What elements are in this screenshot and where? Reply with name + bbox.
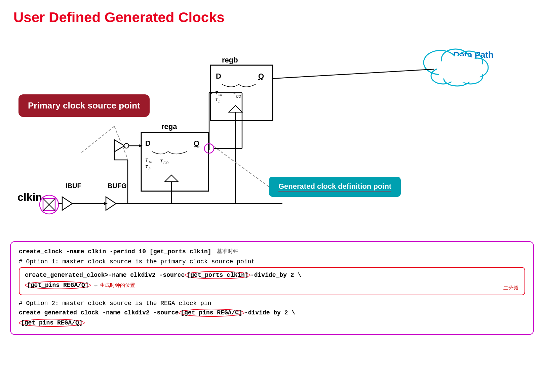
svg-marker-50 (114, 140, 124, 152)
diagram-area: Data Path regb rega IBUF BUFG clkin Prim… (0, 29, 544, 237)
get-pins-circle-2: [get_pins REGA/Q] (19, 319, 85, 327)
data-path-label: Data Path (453, 50, 494, 60)
bufg-label: BUFG (108, 182, 127, 190)
svg-point-6 (431, 68, 455, 84)
svg-text:T: T (233, 92, 236, 97)
page-title: User Defined Generated Clocks (0, 0, 544, 29)
generated-clock-badge: Generated clock definition point (269, 177, 401, 197)
svg-text:h: h (149, 167, 151, 171)
rega-label: rega (161, 122, 177, 131)
annotation-1: 生成时钟的位置 (100, 282, 135, 289)
code-note-1: 基准时钟 (217, 248, 238, 255)
svg-line-59 (214, 146, 269, 187)
svg-text:T: T (145, 164, 148, 169)
svg-point-4 (459, 68, 483, 84)
option2-area: # Option 2: master clock source is the R… (19, 300, 525, 327)
svg-point-3 (467, 58, 488, 77)
code-text-2a-1: create_generated_clock>-name clkdiv2 -so… (25, 272, 185, 278)
svg-rect-8 (210, 65, 273, 121)
svg-text:T: T (160, 159, 163, 164)
svg-point-33 (204, 144, 214, 153)
generated-badge-underline: Generated clock definition point (278, 182, 391, 191)
svg-text:T: T (215, 90, 218, 95)
code-text-2a-2: -divide_by 2 \ (250, 272, 301, 278)
get-ports-circle: [get_ports clkin] (185, 271, 250, 279)
clkin-label: clkin (17, 191, 42, 204)
svg-line-58 (114, 126, 128, 159)
svg-point-43 (40, 195, 59, 214)
svg-line-41 (43, 199, 55, 211)
code-line-3b: [get_pins REGA/Q] (19, 319, 525, 327)
svg-text:Q: Q (258, 72, 264, 80)
svg-text:su: su (149, 160, 152, 164)
code-line-3a: create_generated_clock -name clkdiv2 -so… (19, 309, 525, 317)
svg-point-0 (424, 50, 457, 75)
svg-point-51 (124, 143, 129, 148)
regb-label: regb (222, 56, 238, 64)
svg-text:Q: Q (194, 139, 199, 147)
arrow-label-1 (93, 282, 100, 288)
code-area: create_clock -name clkin -period 10 [get… (10, 241, 534, 335)
option1-box: create_generated_clock>-name clkdiv2 -so… (19, 267, 525, 295)
svg-marker-46 (104, 202, 108, 205)
svg-marker-56 (139, 144, 143, 147)
primary-clock-badge: Primary clock source point (18, 94, 150, 117)
svg-text:CO: CO (163, 161, 168, 165)
svg-line-57 (81, 126, 114, 153)
svg-text:T: T (145, 158, 148, 163)
code-text-3a-2: -divide_by 2 \ (244, 309, 295, 316)
svg-text:T: T (215, 97, 218, 102)
ibuf-label: IBUF (66, 182, 81, 190)
svg-text:su: su (219, 93, 222, 97)
get-pins-circle-1: [get_pins REGA/Q] (25, 281, 91, 289)
svg-text:CO: CO (236, 95, 241, 98)
code-line-2a: create_generated_clock>-name clkdiv2 -so… (25, 271, 519, 279)
code-line-2b: [get_pins REGA/Q] 生成时钟的位置 (25, 281, 519, 289)
comment-2: # Option 2: master clock source is the R… (19, 300, 525, 307)
svg-marker-38 (62, 197, 72, 210)
get-pins-rega-c-circle: [get_pins REGA/C] (179, 309, 244, 317)
svg-marker-37 (210, 91, 214, 94)
svg-rect-40 (43, 199, 55, 211)
svg-text:D: D (145, 139, 151, 147)
svg-point-5 (444, 71, 471, 86)
er-fen-annotation: 二分频 (503, 285, 518, 291)
svg-text:h: h (219, 100, 221, 103)
svg-line-42 (43, 199, 55, 211)
comment-1: # Option 1: master clock source is the p… (19, 258, 525, 265)
svg-marker-17 (229, 105, 242, 112)
code-text-3a-1: create_generated_clock -name clkdiv2 -so… (19, 309, 179, 316)
code-line-1: create_clock -name clkin -period 10 [get… (19, 248, 525, 255)
code-text-1: create_clock -name clkin -period 10 [get… (19, 248, 211, 255)
svg-text:D: D (216, 72, 221, 80)
svg-line-19 (272, 69, 434, 79)
svg-marker-39 (106, 197, 116, 210)
diagram-svg: D Q T su T h T CO D Q T su T h T CO (0, 29, 544, 237)
svg-marker-31 (165, 175, 178, 182)
svg-rect-22 (141, 132, 208, 191)
